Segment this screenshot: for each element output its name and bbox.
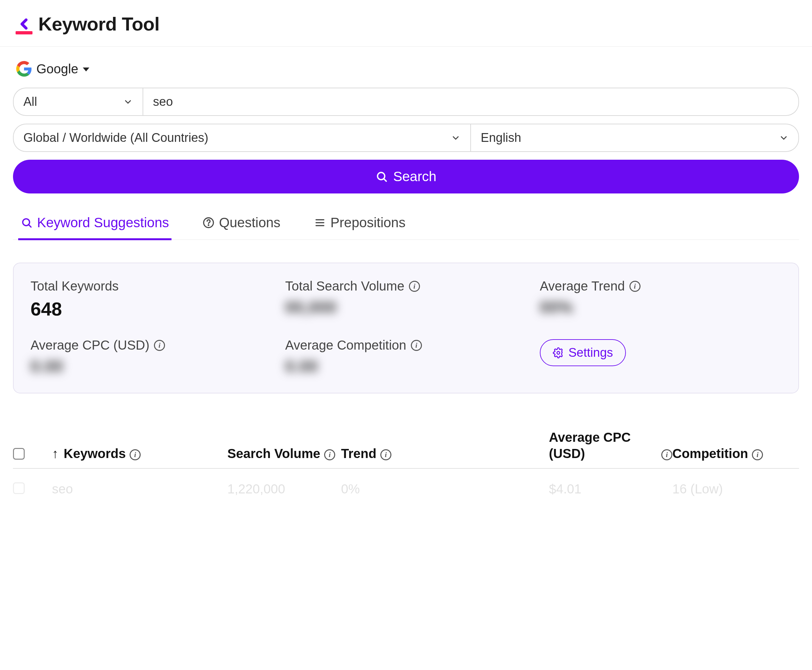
column-avg-cpc[interactable]: Average CPC (USD) i (549, 429, 672, 462)
tab-questions[interactable]: Questions (200, 209, 283, 240)
cell-keyword: seo (52, 482, 227, 496)
search-icon (21, 217, 32, 228)
category-value: All (24, 95, 37, 109)
column-search-volume[interactable]: Search Volume i (227, 445, 341, 462)
tab-label: Keyword Suggestions (37, 215, 169, 230)
cell-trend: 0% (341, 482, 549, 496)
keyword-input[interactable]: seo (143, 88, 799, 116)
stat-value-hidden: 00% (540, 298, 781, 317)
svg-line-3 (29, 225, 31, 227)
info-icon[interactable]: i (409, 281, 420, 292)
stat-total-search-volume: Total Search Volume i 00,000 (285, 279, 527, 320)
column-trend[interactable]: Trend i (341, 445, 549, 462)
question-icon (203, 217, 214, 228)
select-all-checkbox[interactable] (13, 448, 25, 460)
list-icon (314, 217, 326, 228)
svg-line-1 (384, 179, 387, 181)
google-icon (16, 61, 32, 76)
search-source-label: Google (36, 62, 78, 76)
table-row[interactable]: seo 1,220,000 0% $4.01 16 (Low) (13, 469, 799, 496)
info-icon[interactable]: i (380, 449, 392, 460)
app-logo-icon (15, 15, 32, 32)
cell-avg-cpc: $4.01 (549, 482, 672, 496)
info-icon[interactable]: i (154, 340, 165, 351)
chevron-down-icon (779, 133, 788, 143)
info-icon[interactable]: i (411, 340, 422, 351)
stat-average-competition: Average Competition i 0.00 (285, 338, 527, 376)
chevron-down-icon (451, 133, 461, 143)
page-title: Keyword Tool (38, 13, 159, 35)
location-select[interactable]: Global / Worldwide (All Countries) (13, 124, 471, 152)
search-button[interactable]: Search (13, 160, 799, 193)
stat-value-hidden: 0.00 (31, 357, 272, 376)
results-table: ↑ Keywords i Search Volume i Trend i Ave… (13, 429, 799, 496)
stat-average-cpc: Average CPC (USD) i 0.00 (31, 338, 272, 376)
search-source-dropdown[interactable]: Google (13, 61, 799, 76)
search-icon (375, 171, 388, 183)
svg-point-5 (208, 225, 209, 226)
info-icon[interactable]: i (661, 449, 672, 460)
language-value: English (481, 131, 521, 145)
column-keywords[interactable]: ↑ Keywords i (52, 445, 227, 462)
location-value: Global / Worldwide (All Countries) (24, 131, 209, 145)
page-header: Keyword Tool (0, 0, 812, 47)
tab-label: Questions (219, 215, 280, 230)
select-all-column (13, 448, 52, 462)
chevron-down-icon (123, 97, 133, 107)
cell-search-volume: 1,220,000 (227, 482, 341, 496)
settings-button-label: Settings (568, 346, 613, 360)
category-select[interactable]: All (13, 88, 143, 116)
table-header: ↑ Keywords i Search Volume i Trend i Ave… (13, 429, 799, 469)
stat-label: Average CPC (USD) i (31, 338, 272, 352)
tab-label: Prepositions (331, 215, 405, 230)
stat-label: Average Trend i (540, 279, 781, 293)
tab-prepositions[interactable]: Prepositions (312, 209, 408, 240)
stat-total-keywords: Total Keywords 648 (31, 279, 272, 320)
stat-label: Total Keywords (31, 279, 272, 293)
settings-button[interactable]: Settings (540, 339, 626, 366)
svg-point-9 (557, 351, 560, 354)
stat-average-trend: Average Trend i 00% (540, 279, 781, 320)
info-icon[interactable]: i (130, 449, 141, 460)
language-select[interactable]: English (471, 124, 799, 152)
stat-value-hidden: 0.00 (285, 357, 527, 376)
stat-label: Average Competition i (285, 338, 527, 352)
gear-icon (553, 347, 564, 359)
column-competition[interactable]: Competition i (672, 445, 796, 462)
stats-panel: Total Keywords 648 Total Search Volume i… (13, 262, 799, 393)
tab-keyword-suggestions[interactable]: Keyword Suggestions (18, 209, 171, 240)
info-icon[interactable]: i (629, 281, 641, 292)
stat-label: Total Search Volume i (285, 279, 527, 293)
search-button-label: Search (393, 169, 436, 184)
stat-value-hidden: 00,000 (285, 298, 527, 317)
info-icon[interactable]: i (324, 449, 335, 460)
stat-value: 648 (31, 298, 272, 320)
caret-down-icon (83, 68, 89, 71)
keyword-input-value: seo (153, 95, 173, 109)
sort-asc-icon: ↑ (52, 445, 58, 462)
info-icon[interactable]: i (752, 449, 763, 460)
result-tabs: Keyword Suggestions Questions Prepositio… (13, 209, 799, 240)
cell-competition: 16 (Low) (672, 482, 796, 496)
row-checkbox[interactable] (13, 482, 25, 494)
